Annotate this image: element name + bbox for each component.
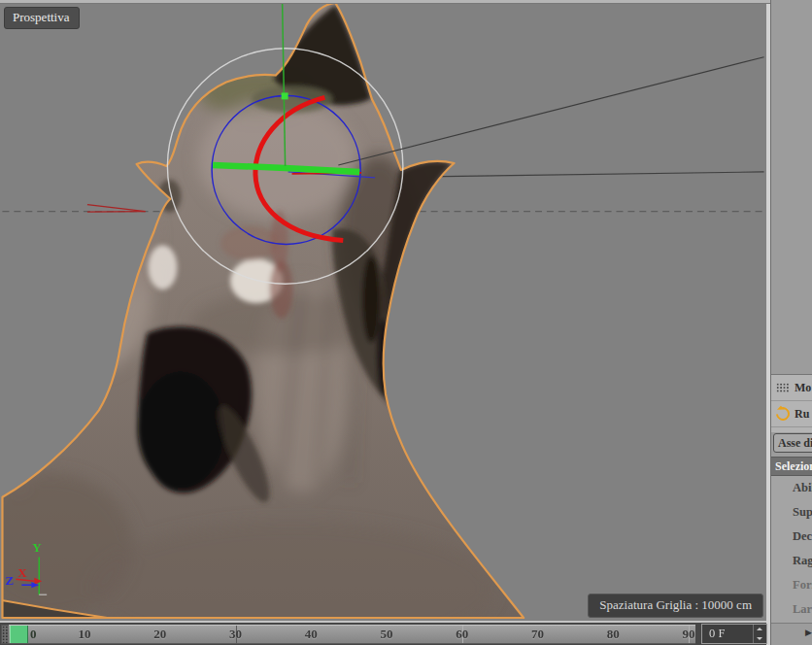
viewport-name-label[interactable]: Prospettiva xyxy=(4,7,80,29)
timeline-tick-label: 90 xyxy=(683,627,695,642)
frame-spinner[interactable] xyxy=(753,625,766,643)
spinner-down-icon[interactable] xyxy=(757,637,762,640)
timeline-tick-label: 60 xyxy=(456,627,468,642)
timeline-tick-label: 40 xyxy=(305,627,318,642)
panel-row-rotate[interactable]: Ru xyxy=(771,401,812,427)
timeline-bar: 0 102030405060708090 0 F xyxy=(0,623,766,645)
spinner-up-icon[interactable] xyxy=(757,628,762,630)
tab-asse-di[interactable]: Asse di xyxy=(773,433,812,453)
rotate-row-label: Ru xyxy=(795,407,809,422)
attribute-panel: Mo Ru Asse di Selezion AbilSupeDecRagFor… xyxy=(770,0,812,645)
attribute-row[interactable]: Abil xyxy=(771,476,812,500)
frame-field-value: 0 F xyxy=(709,627,725,641)
creature-model[interactable] xyxy=(0,4,524,621)
timeline-ruler[interactable]: 0 102030405060708090 xyxy=(9,625,695,644)
expander-icon[interactable]: ▶ xyxy=(805,628,812,637)
mode-dots-icon xyxy=(776,383,790,393)
mode-row-label: Mo xyxy=(795,381,811,395)
viewport-scene: Y X Z xyxy=(0,4,766,621)
attribute-row[interactable]: Rag xyxy=(771,549,812,573)
panel-empty-area xyxy=(771,0,812,375)
y-axis-handle xyxy=(282,92,288,99)
attribute-row[interactable]: Dec xyxy=(771,525,812,549)
timeline-tick-label: 80 xyxy=(607,627,620,642)
axis-y-label: Y xyxy=(32,540,42,555)
attribute-row[interactable]: Supe xyxy=(771,500,812,525)
rotate-icon xyxy=(773,404,793,424)
timeline-tick-label: 50 xyxy=(381,627,393,642)
perspective-viewport[interactable]: Y X Z Prospettiva Spaziatura Griglia : 1… xyxy=(0,4,766,621)
section-header-selection[interactable]: Selezion xyxy=(771,457,812,476)
timeline-tick-label: 20 xyxy=(153,627,166,642)
axis-z-label: Z xyxy=(5,573,14,588)
grid-spacing-label: Spaziatura Griglia : 10000 cm xyxy=(588,594,763,618)
panel-row-mode[interactable]: Mo xyxy=(771,375,812,401)
axis-extension-line xyxy=(338,57,763,165)
attribute-row[interactable]: Larg xyxy=(771,597,812,622)
attribute-list: AbilSupeDecRagForzLarg xyxy=(771,476,812,624)
timeline-tick-label: 10 xyxy=(79,627,91,642)
timeline-tick-label: 70 xyxy=(531,627,544,642)
timeline-tick-label: 30 xyxy=(229,627,242,642)
attribute-row[interactable]: Forz xyxy=(771,573,812,597)
timeline-playhead[interactable] xyxy=(10,626,28,643)
axis-x-label: X xyxy=(17,565,27,580)
current-frame-field[interactable]: 0 F xyxy=(701,624,767,644)
panel-footer: ▶ xyxy=(771,623,812,645)
playhead-frame-label: 0 xyxy=(30,627,37,642)
